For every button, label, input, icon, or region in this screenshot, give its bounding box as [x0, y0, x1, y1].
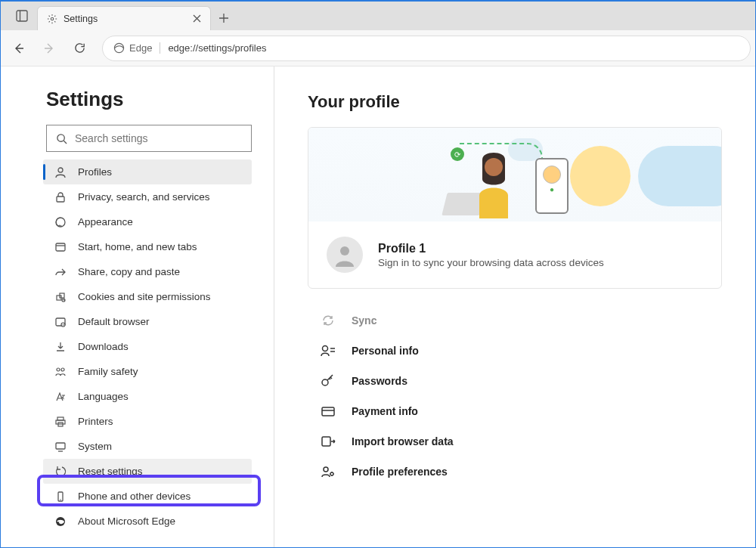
refresh-icon [73, 42, 86, 54]
key-icon [320, 373, 336, 389]
sidebar-item-label: Languages [78, 391, 129, 402]
main-panel: Your profile ⟳ ● Profile 1 [274, 67, 755, 547]
edge-logo-icon [113, 42, 125, 54]
sidebar-item-start-home-and-new-tabs[interactable]: Start, home, and new tabs [43, 234, 252, 259]
cookie-icon [54, 290, 67, 304]
sidebar-item-phone-and-other-devices[interactable]: Phone and other devices [43, 484, 252, 509]
profile-row[interactable]: Profile 1 Sign in to sync your browsing … [308, 221, 721, 288]
svg-point-3 [114, 43, 123, 52]
personal-info-icon [320, 342, 336, 359]
languages-icon [54, 390, 67, 404]
edge-icon [54, 515, 67, 528]
option-label: Payment info [352, 405, 418, 417]
payment-icon [320, 403, 336, 420]
plus-icon [218, 13, 229, 23]
svg-point-28 [340, 246, 349, 255]
sidebar-item-appearance[interactable]: Appearance [43, 209, 252, 234]
avatar [327, 237, 363, 273]
sidebar-item-label: Phone and other devices [78, 491, 191, 502]
refresh-button[interactable] [66, 35, 93, 62]
address-bar[interactable]: Edge edge://settings/profiles [102, 36, 751, 61]
new-tab-button[interactable] [211, 6, 237, 30]
svg-point-16 [57, 368, 60, 371]
back-button[interactable] [5, 35, 33, 62]
sidebar-item-label: Default browser [78, 316, 150, 327]
svg-point-29 [323, 346, 328, 351]
sidebar-item-cookies-and-site-permissions[interactable]: Cookies and site permissions [43, 284, 252, 309]
close-icon [193, 14, 201, 23]
option-profile-preferences[interactable]: Profile preferences [320, 457, 722, 487]
svg-rect-35 [322, 437, 330, 446]
svg-point-17 [61, 368, 64, 371]
tab-strip: Settings [1, 2, 237, 30]
profile-text: Profile 1 Sign in to sync your browsing … [378, 242, 604, 268]
profile-card: ⟳ ● Profile 1 Sign in to sync your brows… [308, 127, 722, 289]
profile-icon [54, 166, 67, 179]
arrow-right-icon [42, 42, 56, 55]
main-header: Your profile [308, 92, 722, 112]
svg-point-2 [51, 17, 54, 20]
sidebar-item-label: Privacy, search, and services [78, 191, 210, 203]
browser-tab[interactable]: Settings [37, 6, 211, 30]
phone-icon [54, 490, 67, 503]
svg-point-15 [61, 323, 65, 327]
profile-name: Profile 1 [378, 242, 604, 255]
sidebar-item-label: System [78, 441, 112, 452]
profile-banner: ⟳ ● [308, 128, 721, 221]
profile-options-list: SyncPersonal infoPasswordsPayment infoIm… [308, 301, 722, 487]
sidebar-item-share-copy-and-paste[interactable]: Share, copy and paste [43, 259, 252, 284]
sidebar-item-label: Family safety [78, 366, 138, 377]
tab-title: Settings [64, 14, 187, 24]
svg-point-36 [324, 467, 328, 472]
option-label: Personal info [352, 345, 419, 357]
avatar-placeholder-icon [333, 243, 357, 267]
import-icon [320, 433, 336, 450]
sidebar-item-profiles[interactable]: Profiles [43, 159, 252, 184]
svg-rect-0 [17, 11, 27, 21]
sidebar-item-downloads[interactable]: Downloads [43, 334, 252, 359]
sidebar-item-label: About Microsoft Edge [78, 515, 175, 527]
preferences-icon [320, 463, 336, 480]
svg-rect-9 [56, 243, 65, 251]
svg-rect-33 [322, 407, 334, 416]
option-import-browser-data[interactable]: Import browser data [320, 426, 722, 457]
sidebar-item-privacy-search-and-services[interactable]: Privacy, search, and services [43, 184, 252, 209]
settings-nav-list: ProfilesPrivacy, search, and servicesApp… [43, 159, 253, 534]
option-payment-info[interactable]: Payment info [320, 396, 722, 426]
forward-button[interactable] [36, 35, 63, 62]
sidebar-item-label: Printers [78, 416, 113, 427]
svg-point-4 [57, 134, 64, 141]
search-settings-box[interactable] [46, 125, 252, 152]
option-label: Profile preferences [352, 466, 448, 478]
sync-icon [320, 312, 336, 329]
option-sync[interactable]: Sync [320, 305, 722, 336]
option-passwords[interactable]: Passwords [320, 366, 722, 396]
palette-icon [54, 215, 67, 229]
sidebar-item-label: Appearance [78, 216, 133, 228]
option-personal-info[interactable]: Personal info [320, 336, 722, 366]
sidebar-item-about-microsoft-edge[interactable]: About Microsoft Edge [43, 509, 252, 534]
settings-sidebar: Settings ProfilesPrivacy, search, and se… [1, 67, 274, 547]
tab-close-button[interactable] [193, 14, 201, 23]
search-icon [56, 133, 67, 144]
svg-point-27 [485, 158, 503, 176]
tabs-icon [54, 240, 67, 254]
content-area: Settings ProfilesPrivacy, search, and se… [1, 67, 755, 547]
url-protocol-label: Edge [129, 42, 152, 54]
tabs-overview-icon [16, 10, 28, 22]
page-title: Settings [46, 88, 253, 111]
sidebar-item-default-browser[interactable]: Default browser [43, 309, 252, 334]
sidebar-item-family-safety[interactable]: Family safety [43, 359, 252, 384]
sidebar-item-label: Share, copy and paste [78, 266, 180, 277]
sidebar-item-label: Start, home, and new tabs [78, 241, 197, 252]
svg-point-24 [60, 499, 60, 500]
svg-rect-21 [56, 443, 65, 449]
sidebar-item-languages[interactable]: Languages [43, 384, 252, 409]
sidebar-item-reset-settings[interactable]: Reset settings [43, 459, 252, 484]
download-icon [54, 340, 67, 354]
printer-icon [54, 415, 67, 429]
sidebar-item-system[interactable]: System [43, 434, 252, 459]
sidebar-item-printers[interactable]: Printers [43, 409, 252, 434]
tabs-overview-button[interactable] [7, 2, 37, 30]
search-settings-input[interactable] [75, 132, 242, 144]
